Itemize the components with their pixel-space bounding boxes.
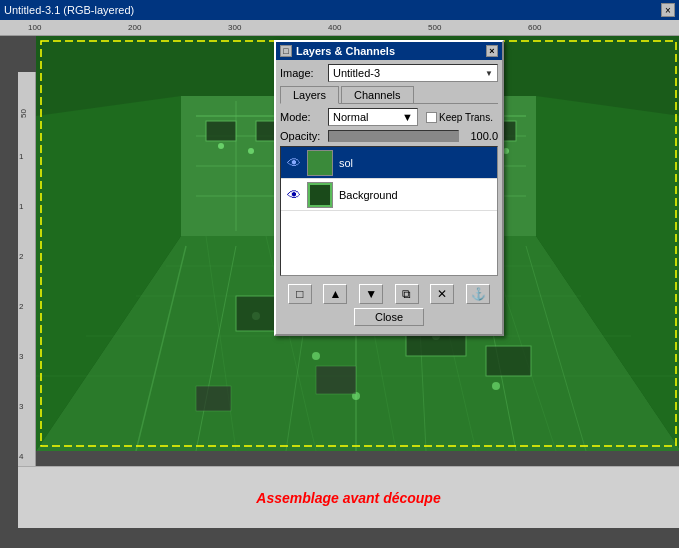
ruler-horizontal: 100 200 300 400 500 600 xyxy=(0,20,679,36)
dialog-close-button[interactable]: × xyxy=(486,45,498,57)
layer-name-sol: sol xyxy=(339,157,353,169)
svg-point-30 xyxy=(248,148,254,154)
svg-rect-52 xyxy=(486,346,531,376)
dialog-close-row: Close xyxy=(280,308,498,330)
title-bar: Untitled-3.1 (RGB-layered) × xyxy=(0,0,679,20)
svg-rect-53 xyxy=(196,386,231,411)
duplicate-button[interactable]: ⧉ xyxy=(395,284,419,304)
delete-button[interactable]: ✕ xyxy=(430,284,454,304)
opacity-row: Opacity: 100.0 xyxy=(280,130,498,142)
canvas-title: Assemblage avant découpe xyxy=(256,490,440,506)
svg-rect-51 xyxy=(316,366,356,394)
opacity-label: Opacity: xyxy=(280,130,328,142)
app-title: Untitled-3.1 (RGB-layered) xyxy=(4,4,134,16)
bottom-area: Assemblage avant découpe xyxy=(18,466,679,528)
layer-thumbnail-sol xyxy=(307,150,333,176)
image-name-dropdown[interactable]: Untitled-3 ▼ xyxy=(328,64,498,82)
anchor-button[interactable]: ⚓ xyxy=(466,284,490,304)
layer-visibility-sol[interactable]: 👁 xyxy=(285,154,303,172)
mode-label: Mode: xyxy=(280,111,328,123)
keep-trans-checkbox[interactable] xyxy=(426,112,437,123)
image-row: Image: Untitled-3 ▼ xyxy=(280,64,498,82)
svg-point-48 xyxy=(492,382,500,390)
svg-point-29 xyxy=(218,143,224,149)
tab-bar: Layers Channels xyxy=(280,86,498,104)
close-dialog-button[interactable]: Close xyxy=(354,308,424,326)
layer-visibility-background[interactable]: 👁 xyxy=(285,186,303,204)
image-dropdown-arrow: ▼ xyxy=(485,69,493,78)
dialog-title-bar: □ Layers & Channels × xyxy=(276,42,502,60)
new-layer-button[interactable]: □ xyxy=(288,284,312,304)
move-up-button[interactable]: ▲ xyxy=(323,284,347,304)
layer-name-background: Background xyxy=(339,189,398,201)
keep-trans-label: Keep Trans. xyxy=(426,112,493,123)
svg-point-45 xyxy=(312,352,320,360)
dialog-collapse-button[interactable]: □ xyxy=(280,45,292,57)
move-down-button[interactable]: ▼ xyxy=(359,284,383,304)
dialog-body: Image: Untitled-3 ▼ Layers Channels Mode… xyxy=(276,60,502,334)
keep-trans-text: Keep Trans. xyxy=(439,112,493,123)
layer-item-background[interactable]: 👁 Background xyxy=(281,179,497,211)
title-close-button[interactable]: × xyxy=(661,3,675,17)
mode-row: Mode: Normal ▼ Keep Trans. xyxy=(280,108,498,126)
mode-dropdown-arrow: ▼ xyxy=(402,111,413,123)
layers-channels-dialog: □ Layers & Channels × Image: Untitled-3 … xyxy=(274,40,504,336)
svg-rect-23 xyxy=(206,121,236,141)
dialog-title: Layers & Channels xyxy=(296,45,395,57)
mode-dropdown[interactable]: Normal ▼ xyxy=(328,108,418,126)
tab-layers[interactable]: Layers xyxy=(280,86,339,104)
opacity-value: 100.0 xyxy=(463,130,498,142)
image-name-value: Untitled-3 xyxy=(333,67,380,79)
layer-item-sol[interactable]: 👁 sol xyxy=(281,147,497,179)
opacity-slider[interactable] xyxy=(328,130,459,142)
tab-channels[interactable]: Channels xyxy=(341,86,413,103)
mode-value: Normal xyxy=(333,111,368,123)
layer-thumbnail-background xyxy=(307,182,333,208)
layers-list[interactable]: 👁 sol 👁 Background xyxy=(280,146,498,276)
dialog-icon-buttons: □ ▲ ▼ ⧉ ✕ ⚓ xyxy=(280,280,498,308)
ruler-vertical: 50 1 1 2 2 3 3 4 xyxy=(18,72,36,528)
image-label: Image: xyxy=(280,67,328,79)
